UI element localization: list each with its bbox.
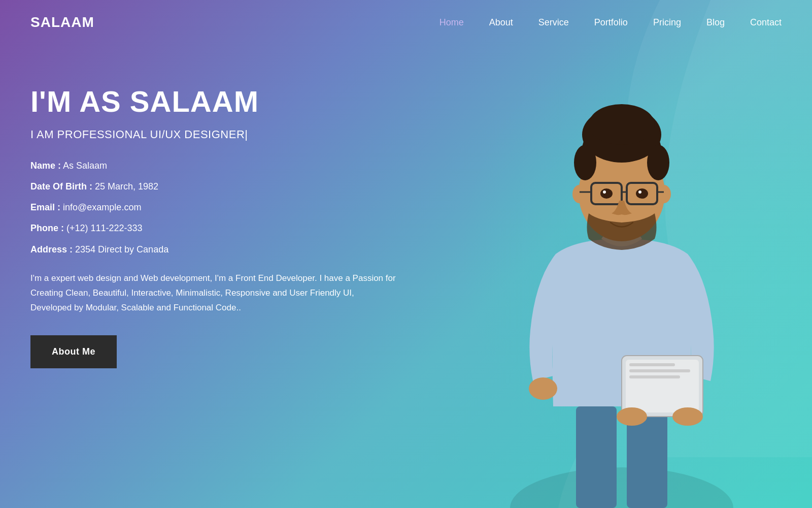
hero-content: I'M AS SALAAM I AM PROFESSIONAL UI/UX DE… xyxy=(0,45,812,508)
info-item-phone: Phone : (+12) 111-222-333 xyxy=(30,222,396,235)
nav-item-pricing[interactable]: Pricing xyxy=(653,17,681,28)
nav-item-home[interactable]: Home xyxy=(439,17,464,28)
nav-link-blog[interactable]: Blog xyxy=(706,17,725,27)
nav-link-pricing[interactable]: Pricing xyxy=(653,17,681,27)
phone-value: (+12) 111-222-333 xyxy=(66,223,143,233)
hero-title: I'M AS SALAAM xyxy=(30,85,396,118)
nav-link-service[interactable]: Service xyxy=(538,17,569,27)
bio-text: I'm a expert web design and Web developm… xyxy=(30,271,396,315)
nav-item-portfolio[interactable]: Portfolio xyxy=(594,17,628,28)
nav-link-home[interactable]: Home xyxy=(439,17,464,27)
about-me-button[interactable]: About Me xyxy=(30,335,117,368)
nav-item-blog[interactable]: Blog xyxy=(706,17,725,28)
nav-link-about[interactable]: About xyxy=(489,17,513,27)
name-label: Name : xyxy=(30,161,61,171)
nav-item-service[interactable]: Service xyxy=(538,17,569,28)
hero-section: SALAAM Home About Service Portfolio Pric… xyxy=(0,0,812,508)
nav-link-contact[interactable]: Contact xyxy=(750,17,782,27)
info-item-address: Address : 2354 Direct by Canada xyxy=(30,243,396,256)
dob-value: 25 March, 1982 xyxy=(95,181,158,192)
info-item-email: Email : info@example.com xyxy=(30,201,396,214)
info-item-dob: Date Of Birth : 25 March, 1982 xyxy=(30,180,396,193)
info-list: Name : As Salaam Date Of Birth : 25 Marc… xyxy=(30,160,396,256)
nav-links: Home About Service Portfolio Pricing Blo… xyxy=(439,17,782,28)
navbar: SALAAM Home About Service Portfolio Pric… xyxy=(0,0,812,45)
site-logo[interactable]: SALAAM xyxy=(30,14,94,30)
email-label: Email : xyxy=(30,202,60,212)
info-item-name: Name : As Salaam xyxy=(30,160,396,172)
email-value: info@example.com xyxy=(63,202,141,212)
name-value: As Salaam xyxy=(63,161,107,171)
hero-subtitle: I AM PROFESSIONAL UI/UX DESIGNER| xyxy=(30,128,396,141)
nav-link-portfolio[interactable]: Portfolio xyxy=(594,17,628,27)
address-value: 2354 Direct by Canada xyxy=(75,244,168,255)
phone-label: Phone : xyxy=(30,223,64,233)
address-label: Address : xyxy=(30,244,73,255)
nav-item-contact[interactable]: Contact xyxy=(750,17,782,28)
hero-text-block: I'M AS SALAAM I AM PROFESSIONAL UI/UX DE… xyxy=(30,75,396,368)
nav-item-about[interactable]: About xyxy=(489,17,513,28)
dob-label: Date Of Birth : xyxy=(30,181,92,192)
